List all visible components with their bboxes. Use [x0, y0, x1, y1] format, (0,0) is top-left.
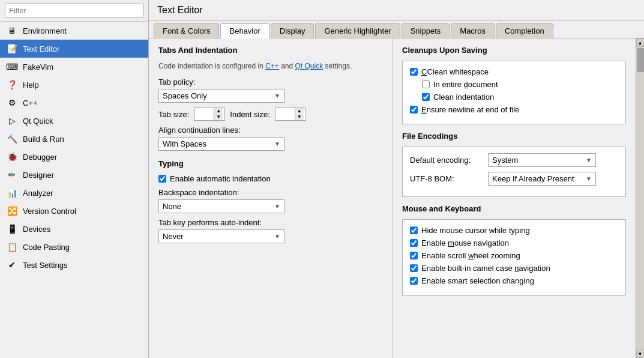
sidebar-item-text-editor[interactable]: 📝 Text Editor [0, 40, 148, 58]
sidebar-item-test-settings[interactable]: ✔ Test Settings [0, 256, 148, 274]
filter-input[interactable] [5, 4, 143, 17]
default-encoding-dropdown[interactable]: System ▼ [488, 153, 596, 167]
camel-case-row: Enable built-in camel case navigation [410, 264, 618, 273]
sidebar-item-code-pasting[interactable]: 📋 Code Pasting [0, 238, 148, 256]
enable-mouse-nav-row: Enable mouse navigation [410, 238, 618, 247]
indent-size-arrows: ▲ ▼ [295, 108, 304, 120]
ensure-newline-checkbox[interactable] [410, 106, 418, 114]
clean-whitespace-checkbox[interactable] [410, 68, 418, 76]
sidebar-item-fakevim[interactable]: ⌨ FakeVim [0, 58, 148, 76]
info-end: settings. [323, 62, 352, 70]
indent-size-label: Indent size: [230, 110, 270, 119]
right-panel: Cleanups Upon Saving CClean whitespace I… [393, 38, 636, 358]
utf8-bom-label: UTF-8 BOM: [410, 174, 482, 183]
sidebar-item-designer[interactable]: ✏ Designer [0, 166, 148, 184]
indent-size-up[interactable]: ▲ [295, 108, 304, 114]
qtquick-link[interactable]: Qt Quick [295, 62, 324, 70]
sidebar-item-label: Text Editor [23, 44, 59, 53]
default-encoding-arrow: ▼ [586, 157, 592, 163]
mouse-keyboard-box: Hide mouse cursor while typing Enable mo… [402, 219, 626, 296]
in-entire-doc-checkbox[interactable] [422, 80, 430, 88]
cleanups-box: CClean whitespace In entire document Cle… [402, 61, 626, 124]
smart-selection-label: Enable smart selection changing [421, 276, 534, 285]
align-cont-value: With Spaces [163, 139, 206, 148]
sidebar-icon: ✏ [6, 169, 18, 181]
sidebar-item-debugger[interactable]: 🐞 Debugger [0, 148, 148, 166]
sidebar-item-label: Help [23, 80, 39, 90]
auto-indent-checkbox[interactable] [158, 175, 166, 183]
sidebar-item-label: FakeVim [23, 62, 53, 71]
smart-selection-row: Enable smart selection changing [410, 276, 618, 285]
sidebar-item-label: Test Settings [23, 261, 67, 270]
typing-title: Typing [158, 159, 382, 168]
tab-snippets[interactable]: Snippets [402, 23, 450, 38]
page-title: Text Editor [149, 0, 644, 21]
enable-mouse-nav-checkbox[interactable] [410, 239, 418, 247]
scroll-wheel-checkbox[interactable] [410, 252, 418, 259]
utf8-bom-arrow: ▼ [586, 175, 592, 182]
main-content: Text Editor Font & ColorsBehaviorDisplay… [149, 0, 644, 358]
sidebar-icon: 📊 [6, 187, 18, 199]
smart-selection-checkbox[interactable] [410, 277, 418, 285]
tab-policy-label: Tab policy: [158, 77, 382, 86]
tab-size-down[interactable]: ▼ [214, 114, 223, 120]
align-cont-dropdown[interactable]: With Spaces ▼ [158, 137, 284, 151]
tab-size-up[interactable]: ▲ [214, 108, 223, 114]
scroll-track[interactable] [636, 47, 644, 350]
tab-behavior[interactable]: Behavior [220, 23, 269, 38]
sidebar-item-label: Environment [23, 26, 67, 35]
hide-mouse-row: Hide mouse cursor while typing [410, 226, 618, 235]
tabs-indentation-title: Tabs And Indentation [158, 46, 382, 55]
utf8-bom-value: Keep If Already Present [492, 174, 574, 183]
enable-mouse-nav-label: Enable mouse navigation [421, 238, 509, 247]
clean-indent-checkbox[interactable] [422, 93, 430, 101]
sidebar-item-devices[interactable]: 📱 Devices [0, 220, 148, 238]
sidebar-icon: 📋 [6, 241, 18, 253]
typing-section: Typing Enable automatic indentation Back… [158, 159, 382, 243]
cpp-link[interactable]: C++ [265, 62, 279, 70]
tab-font--colors[interactable]: Font & Colors [154, 23, 219, 38]
indent-size-down[interactable]: ▼ [295, 114, 304, 120]
sidebar-item-label: Version Control [23, 207, 76, 216]
filter-box [0, 0, 148, 22]
sidebar-item-help[interactable]: ❓ Help [0, 76, 148, 94]
sidebar-icon: 📱 [6, 223, 18, 235]
indent-size-input[interactable]: 4 [275, 109, 295, 120]
tab-size-input[interactable]: 4 [194, 109, 214, 120]
default-encoding-label: Default encoding: [410, 156, 482, 165]
sidebar-list: 🖥 Environment📝 Text Editor⌨ FakeVim❓ Hel… [0, 22, 148, 358]
sidebar-icon: ▷ [6, 115, 18, 127]
cleanups-title: Cleanups Upon Saving [402, 46, 626, 55]
sidebar-item-qt-quick[interactable]: ▷ Qt Quick [0, 112, 148, 130]
sidebar-item-version-control[interactable]: 🔀 Version Control [0, 202, 148, 220]
scroll-down-arrow[interactable]: ▼ [636, 350, 645, 358]
sidebar-item-analyzer[interactable]: 📊 Analyzer [0, 184, 148, 202]
sidebar-item-build--run[interactable]: 🔨 Build & Run [0, 130, 148, 148]
sidebar-item-label: Qt Quick [23, 117, 53, 126]
tab-key-value: Never [163, 232, 184, 241]
scroll-up-arrow[interactable]: ▲ [636, 38, 645, 47]
tab-generic-highlighter[interactable]: Generic Highlighter [315, 23, 400, 38]
tab-key-dropdown[interactable]: Never ▼ [158, 229, 284, 243]
tab-size-label: Tab size: [158, 110, 189, 119]
utf8-bom-dropdown[interactable]: Keep If Already Present ▼ [488, 172, 596, 186]
scroll-thumb[interactable] [637, 48, 644, 72]
tab-completion[interactable]: Completion [496, 23, 553, 38]
default-encoding-value: System [492, 156, 518, 165]
hide-mouse-checkbox[interactable] [410, 226, 418, 234]
indent-size-spinbox[interactable]: 4 ▲ ▼ [275, 108, 306, 121]
sidebar-icon: ⚙ [6, 97, 18, 109]
tab-size-spinbox[interactable]: 4 ▲ ▼ [194, 108, 225, 121]
backspace-dropdown[interactable]: None ▼ [158, 199, 284, 213]
camel-case-checkbox[interactable] [410, 264, 418, 272]
tab-policy-dropdown[interactable]: Spaces Only ▼ [158, 89, 284, 103]
tab-macros[interactable]: Macros [451, 23, 495, 38]
sidebar-item-c[interactable]: ⚙ C++ [0, 94, 148, 112]
info-line1: Code indentation is configured in [158, 62, 265, 70]
tab-display[interactable]: Display [271, 23, 314, 38]
scroll-wheel-label: Enable scroll wheel zooming [421, 251, 520, 260]
sidebar-icon: ✔ [6, 259, 18, 271]
sidebar-item-environment[interactable]: 🖥 Environment [0, 22, 148, 40]
ensure-newline-label: Ensure newline at end of file [421, 105, 519, 114]
mouse-keyboard-title: Mouse and Keyboard [402, 204, 626, 213]
